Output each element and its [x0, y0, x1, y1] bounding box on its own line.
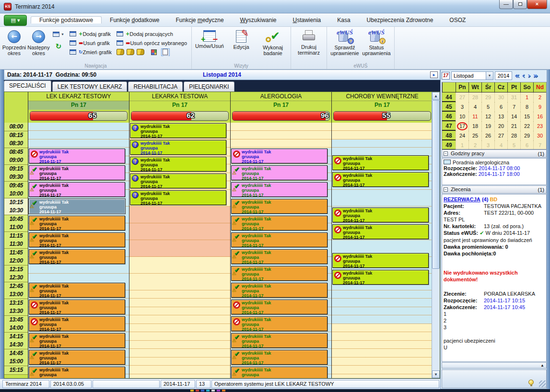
minimize-button[interactable]: — — [499, 0, 513, 9]
appointment[interactable]: wydrukiiiii Takgruuupa2014-11-17 — [332, 270, 429, 285]
schedule-column-4[interactable]: CHOROBY WEWNĘTRZNEPn 1755wydrukiiiii Tak… — [331, 92, 433, 378]
appointment[interactable]: ✔⚠wydrukiiiii Takgruuupa2014-11-17 — [29, 182, 125, 197]
appointment[interactable]: wydrukiiiii Takgruuupa2014-11-17 — [231, 316, 328, 331]
appointment[interactable]: ?wydrukiiiii Takgruuupa2014-11-17 — [130, 140, 226, 155]
minical-day-cell[interactable]: 18 — [468, 121, 481, 131]
panel-toggle-button[interactable]: ▸ — [430, 71, 438, 78]
appointment[interactable]: ✔⚠wydrukiiiii Takgruuupa2014-11-17 — [29, 333, 125, 348]
reservation-link[interactable]: REZERWACJA — [444, 196, 480, 202]
ribbon-tab-ubezpieczenia-zdrowotne[interactable]: Ubezpieczenia Zdrowotne — [359, 17, 442, 23]
appointment[interactable]: ✔⚠wydrukiiiii Takgruuupa2014-11-17 — [231, 182, 328, 197]
panel-collapse-strip[interactable]: ▲ — [442, 362, 547, 369]
minical-day-cell[interactable]: 12 — [481, 112, 494, 121]
appointment[interactable]: ✔⚠wydrukiiiii Takgruuupa2014-11-17 — [231, 350, 328, 365]
column-body[interactable]: wydrukiiiii Takgruuupa2014-11-17✔⚠wydruk… — [231, 123, 331, 378]
check-entitlement-button[interactable]: eWUŚ?Sprawdź uprawnienie — [329, 28, 361, 62]
appointment[interactable]: wydrukiiiii Takgruuupa2014-11-17 — [332, 224, 429, 239]
collapse-icon[interactable]: − — [444, 151, 448, 156]
appointment[interactable]: ✔⚠wydrukiiiii Takgruuupa2014-11-17 — [231, 249, 328, 264]
minical-day-cell[interactable]: 19 — [481, 121, 494, 131]
book-button-2[interactable] — [127, 49, 134, 55]
book-button-3[interactable] — [137, 49, 144, 55]
minical-day-cell[interactable]: 13 — [494, 112, 507, 121]
minical-day-cell[interactable]: 2 — [468, 140, 481, 150]
appointment[interactable]: wydrukiiiii Takgruuupa2014-11-17 — [29, 300, 125, 314]
day-picker-icon[interactable]: 17 — [442, 72, 450, 80]
minical-day-cell[interactable]: 30 — [494, 92, 507, 102]
work-hours-section-header[interactable]: − Godziny pracy (1) — [442, 150, 547, 158]
schedule-column-2[interactable]: LEKARKA TESTOWAPn 1762?wydrukiiiii Takgr… — [129, 92, 230, 378]
minical-day-cell[interactable]: 11 — [468, 112, 481, 121]
minical-day-cell[interactable]: 30 — [533, 131, 546, 140]
minical-day-cell[interactable]: 29 — [481, 92, 494, 102]
appointment[interactable]: ?wydrukiiiii Takgruuupa2014-11-17 — [130, 173, 226, 188]
minical-day-cell[interactable]: 1 — [520, 92, 533, 102]
ribbon-tab-wyszukiwanie[interactable]: Wyszukiwanie — [232, 17, 285, 23]
perform-exam-button[interactable]: ✔Wykonaj badanie — [257, 28, 289, 62]
minical-day-cell[interactable]: 9 — [533, 102, 546, 112]
minical-day-cell[interactable]: 28 — [507, 131, 520, 140]
minical-day-cell[interactable]: 23 — [533, 121, 546, 131]
color-grid-button[interactable] — [150, 48, 158, 56]
nav-button-usu-opr-cz-wybranego[interactable]: ▬Usuń oprócz wybranego — [115, 38, 188, 47]
vertical-scrollbar[interactable]: ▲ ▼ — [432, 92, 440, 378]
entitlement-status-button[interactable]: eWUŚiStatus uprawnienia — [361, 28, 392, 62]
schedule-column-3[interactable]: ALERGOLOGIAPn 1796wydrukiiiii Takgruuupa… — [230, 92, 331, 378]
minical-day-cell[interactable]: 21 — [507, 121, 520, 131]
resize-grip[interactable] — [539, 380, 546, 387]
minical-day-cell[interactable]: 1 — [456, 140, 468, 150]
year-input[interactable]: 2014 — [495, 71, 512, 80]
minical-day-cell[interactable]: 27 — [494, 131, 507, 140]
appointment[interactable]: wydrukiiiii Takgruuupa2014-11-17 — [231, 149, 328, 163]
appointment[interactable]: ✔⚠wydrukiiiii Takgruuupa2014-11-17 — [29, 367, 125, 379]
appointment[interactable]: ✔⚠wydrukiiiii Takgruuupa2014-11-17 — [29, 199, 125, 214]
nav-button-zmie-grafik[interactable]: ↻Zmień grafik — [68, 47, 113, 57]
minical-day-cell[interactable]: 10 — [456, 112, 468, 121]
appointment[interactable]: ✔⚠wydrukiiiii Takgruuupa2014-11-17 — [29, 283, 125, 298]
scrollbar-thumb[interactable] — [432, 100, 440, 269]
minical-day-cell[interactable]: 26 — [481, 131, 494, 140]
ribbon-tab-funkcje-dodatkowe[interactable]: Funkcje dodatkowe — [102, 17, 167, 23]
minical-day-cell[interactable]: 31 — [507, 92, 520, 102]
minical-day-cell[interactable]: 7 — [507, 102, 520, 112]
scroll-up-button[interactable]: ▲ — [432, 92, 440, 100]
column-body[interactable]: ?wydrukiiiii Takgruuupa2014-11-17?wydruk… — [129, 123, 230, 378]
period-view-dropdown-button[interactable]: ▼ — [51, 29, 66, 39]
minical-day-cell[interactable]: 7 — [533, 140, 546, 150]
month-select[interactable]: Listopad ▼ — [451, 71, 493, 80]
ribbon-tab-funkcje-podstawowe[interactable]: Funkcje podstawowe — [31, 16, 102, 23]
prev-month-button[interactable]: ‹ — [522, 71, 525, 80]
appointment[interactable]: ?wydrukiiiii Takgruuupa2014-11-17 — [130, 123, 226, 138]
book-button-1[interactable] — [117, 49, 124, 55]
column-body[interactable]: wydrukiiiii Takgruuupa2014-11-17✔⚠wydruk… — [28, 123, 129, 378]
minical-day-cell[interactable]: 25 — [468, 131, 481, 140]
scroll-down-button[interactable]: ▼ — [432, 370, 440, 378]
minical-day-cell[interactable]: 6 — [494, 102, 507, 112]
orders-section-header[interactable]: − Zlecenia (1) — [442, 185, 547, 194]
appointment[interactable]: ✔⚠wydrukiiiii Takgruuupa2014-11-17 — [231, 232, 328, 247]
schedule-column-1[interactable]: LEK LEKARZ TESTOWYPn 1765wydrukiiiii Tak… — [28, 92, 129, 378]
minical-day-cell[interactable]: 27 — [456, 92, 468, 102]
minical-day-cell[interactable]: 4 — [468, 102, 481, 112]
minical-day-cell[interactable]: 6 — [520, 140, 533, 150]
close-button[interactable]: × — [527, 0, 547, 9]
minical-day-cell[interactable]: 29 — [520, 131, 533, 140]
ribbon-tab-funkcje-medyczne[interactable]: Funkcje medyczne — [168, 17, 232, 23]
appointment[interactable]: ✔⚠wydrukiiiii Takgruuupa2014-11-17 — [231, 367, 328, 379]
minical-day-cell[interactable]: 3 — [456, 102, 468, 112]
tab-specjaliści[interactable]: SPECJALIŚCI — [4, 81, 51, 92]
ribbon-tab-osoz[interactable]: OSOZ — [441, 17, 474, 23]
appointment[interactable]: ✔⚠wydrukiiiii Takgruuupa2014-11-17 — [29, 232, 125, 247]
first-month-button[interactable]: « — [515, 71, 519, 80]
last-month-button[interactable]: » — [533, 71, 538, 80]
lightbulb-icon[interactable] — [528, 380, 534, 385]
nav-button-usu-grafik[interactable]: ▬Usuń grafik — [68, 38, 113, 47]
minical-day-cell[interactable]: 15 — [520, 112, 533, 121]
appointment[interactable]: ✔⚠wydrukiiiii Takgruuupa2014-11-17 — [231, 199, 328, 214]
minical-day-cell[interactable]: 5 — [481, 102, 494, 112]
minical-day-cell[interactable]: 22 — [520, 121, 533, 131]
tab-rehabilitacja[interactable]: REHABILITACJA — [128, 81, 183, 92]
copy-page-button[interactable] — [161, 48, 170, 56]
app-menu-button[interactable]: ▤ ▾ — [4, 15, 27, 26]
tab-pielęgniarki[interactable]: PIELĘGNIARKI — [184, 81, 234, 92]
